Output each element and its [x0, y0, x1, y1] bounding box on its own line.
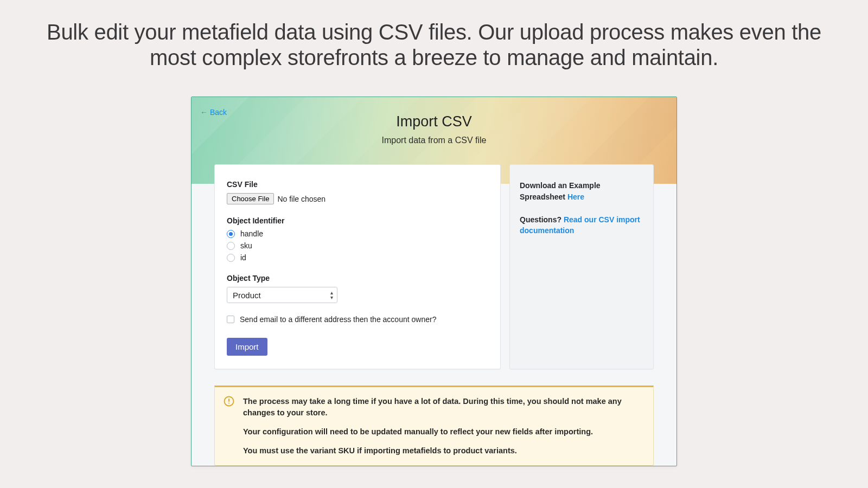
- checkbox-icon: [227, 316, 234, 323]
- warning-banner: The process may take a long time if you …: [214, 386, 654, 466]
- content-row: CSV File Choose File No file chosen Obje…: [192, 164, 676, 369]
- svg-rect-1: [228, 399, 229, 402]
- app-window: ← Back Import CSV Import data from a CSV…: [191, 97, 677, 466]
- import-button[interactable]: Import: [227, 338, 267, 356]
- email-checkbox-row[interactable]: Send email to a different address then t…: [227, 315, 488, 324]
- choose-file-button[interactable]: Choose File: [227, 193, 274, 204]
- sidebar-card: Download an Example Spreadsheet Here Que…: [509, 164, 654, 369]
- example-here-link[interactable]: Here: [567, 192, 584, 201]
- radio-sku[interactable]: sku: [227, 241, 488, 250]
- object-type-select-wrap: Product ▴▾: [227, 287, 337, 303]
- page-subtitle: Import data from a CSV file: [192, 136, 676, 145]
- page-title: Import CSV: [192, 113, 676, 130]
- file-status-text: No file chosen: [277, 195, 326, 203]
- radio-label: id: [240, 253, 246, 262]
- radio-handle[interactable]: handle: [227, 229, 488, 238]
- svg-rect-2: [228, 403, 229, 404]
- radio-id[interactable]: id: [227, 253, 488, 262]
- radio-label: handle: [240, 229, 263, 238]
- questions-label: Questions?: [520, 215, 564, 224]
- warning-icon: [224, 396, 234, 407]
- example-label: Download an Example Spreadsheet: [520, 181, 601, 201]
- email-checkbox-label: Send email to a different address then t…: [240, 315, 436, 324]
- warning-line-1: The process may take a long time if you …: [243, 396, 643, 419]
- radio-icon: [227, 254, 235, 262]
- import-form-card: CSV File Choose File No file chosen Obje…: [214, 164, 501, 369]
- radio-icon: [227, 242, 235, 250]
- questions-text: Questions? Read our CSV import documenta…: [520, 214, 643, 236]
- radio-icon: [227, 230, 235, 238]
- page-headline: Bulk edit your metafield data using CSV …: [0, 0, 868, 70]
- object-type-label: Object Type: [227, 274, 488, 282]
- warning-line-2: Your configuration will need to be updat…: [243, 426, 643, 438]
- object-identifier-label: Object Identifier: [227, 216, 488, 225]
- object-type-select[interactable]: Product: [227, 287, 337, 303]
- object-identifier-group: handle sku id: [227, 229, 488, 262]
- radio-label: sku: [240, 241, 252, 250]
- csv-file-label: CSV File: [227, 180, 488, 189]
- example-spreadsheet-text: Download an Example Spreadsheet Here: [520, 180, 643, 202]
- warning-line-3: You must use the variant SKU if importin…: [243, 445, 643, 457]
- file-input-row: Choose File No file chosen: [227, 193, 488, 204]
